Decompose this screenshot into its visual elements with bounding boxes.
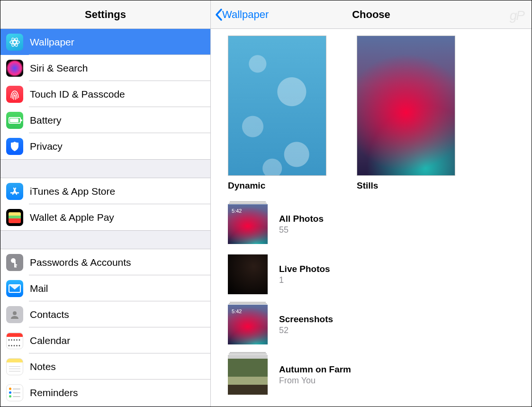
- sidebar-item-passwords[interactable]: Passwords & Accounts: [0, 249, 210, 275]
- album-count: 52: [279, 326, 333, 335]
- stills-label: Stills: [357, 181, 455, 191]
- sidebar-item-touchid[interactable]: Touch ID & Passcode: [0, 81, 210, 107]
- stills-thumb: [357, 36, 455, 176]
- svg-rect-6: [14, 264, 17, 266]
- sidebar-item-label: Siri & Search: [30, 63, 88, 74]
- album-count: 55: [279, 225, 324, 235]
- wallpaper-type-dynamic[interactable]: Dynamic: [228, 36, 326, 191]
- album-list: 5:42 All Photos 55 Live Photos 1 5:42: [228, 204, 514, 395]
- sidebar-list[interactable]: Wallpaper Siri & Search Touch ID & Passc…: [0, 29, 210, 407]
- album-screenshots[interactable]: 5:42 Screenshots 52: [228, 305, 514, 344]
- album-thumb: [228, 355, 268, 395]
- album-live-photos[interactable]: Live Photos 1: [228, 254, 514, 294]
- dynamic-thumb: [228, 36, 326, 176]
- siri-icon: [6, 60, 23, 77]
- contacts-icon: [6, 306, 23, 323]
- detail-pane: Wallpaper Choose gP Dynamic Stills 5:42: [211, 0, 532, 407]
- sidebar-item-appstore[interactable]: iTunes & App Store: [0, 178, 210, 204]
- sidebar-item-label: Wallpaper: [30, 36, 74, 48]
- album-title: All Photos: [279, 214, 324, 224]
- svg-point-8: [13, 311, 17, 315]
- sidebar-item-label: Passwords & Accounts: [30, 257, 131, 268]
- wallpaper-type-row: Dynamic Stills: [228, 36, 514, 191]
- settings-sidebar: Settings Wallpaper Siri & Search: [0, 0, 211, 407]
- wallet-icon: [6, 209, 23, 226]
- sidebar-item-label: Contacts: [30, 309, 69, 320]
- svg-point-0: [13, 40, 16, 43]
- app-store-icon: [6, 183, 23, 200]
- sidebar-item-reminders[interactable]: Reminders: [0, 380, 210, 406]
- sidebar-item-label: Privacy: [30, 141, 63, 152]
- sidebar-item-label: Calendar: [30, 335, 70, 346]
- album-thumb: 5:42: [228, 305, 268, 344]
- back-label: Wallpaper: [222, 9, 269, 21]
- album-autumn-on-farm[interactable]: Autumn on Farm From You: [228, 355, 514, 395]
- sidebar-item-label: Battery: [30, 115, 62, 126]
- battery-icon: [6, 112, 23, 129]
- sidebar-item-label: Notes: [30, 361, 56, 372]
- mail-icon: [6, 280, 23, 297]
- sidebar-item-label: iTunes & App Store: [30, 186, 115, 197]
- sidebar-item-wallpaper[interactable]: Wallpaper: [0, 29, 210, 55]
- album-count: 1: [279, 275, 330, 285]
- sidebar-item-label: Mail: [30, 283, 48, 294]
- touch-id-icon: [6, 86, 23, 103]
- album-thumb: [228, 254, 268, 294]
- sidebar-title: Settings: [0, 0, 210, 29]
- sidebar-item-notes[interactable]: Notes: [0, 353, 210, 380]
- sidebar-item-label: Reminders: [30, 387, 78, 398]
- notes-icon: [6, 358, 23, 375]
- album-subtitle: From You: [279, 376, 351, 386]
- sidebar-item-wallet[interactable]: Wallet & Apple Pay: [0, 204, 210, 230]
- album-title: Screenshots: [279, 314, 333, 325]
- watermark: gP: [510, 8, 524, 23]
- sidebar-item-privacy[interactable]: Privacy: [0, 133, 210, 159]
- wallpaper-type-stills[interactable]: Stills: [357, 36, 455, 191]
- svg-rect-7: [14, 266, 17, 268]
- sidebar-item-battery[interactable]: Battery: [0, 107, 210, 133]
- key-icon: [6, 254, 23, 271]
- detail-header: Wallpaper Choose gP: [211, 0, 532, 29]
- sidebar-item-calendar[interactable]: •••••••••• Calendar: [0, 327, 210, 353]
- album-thumb: 5:42: [228, 204, 268, 244]
- sidebar-item-label: Wallet & Apple Pay: [30, 212, 114, 223]
- privacy-icon: [6, 138, 23, 155]
- album-all-photos[interactable]: 5:42 All Photos 55: [228, 204, 514, 244]
- sidebar-item-mail[interactable]: Mail: [0, 275, 210, 301]
- sidebar-item-contacts[interactable]: Contacts: [0, 301, 210, 327]
- album-title: Autumn on Farm: [279, 364, 351, 375]
- detail-title: Choose: [352, 9, 390, 21]
- sidebar-item-siri[interactable]: Siri & Search: [0, 55, 210, 81]
- dynamic-label: Dynamic: [228, 181, 326, 191]
- back-button[interactable]: Wallpaper: [215, 0, 269, 28]
- calendar-icon: ••••••••••: [6, 332, 23, 349]
- reminders-icon: [6, 384, 23, 401]
- album-title: Live Photos: [279, 264, 330, 274]
- sidebar-item-label: Touch ID & Passcode: [30, 89, 125, 100]
- wallpaper-icon: [6, 34, 23, 51]
